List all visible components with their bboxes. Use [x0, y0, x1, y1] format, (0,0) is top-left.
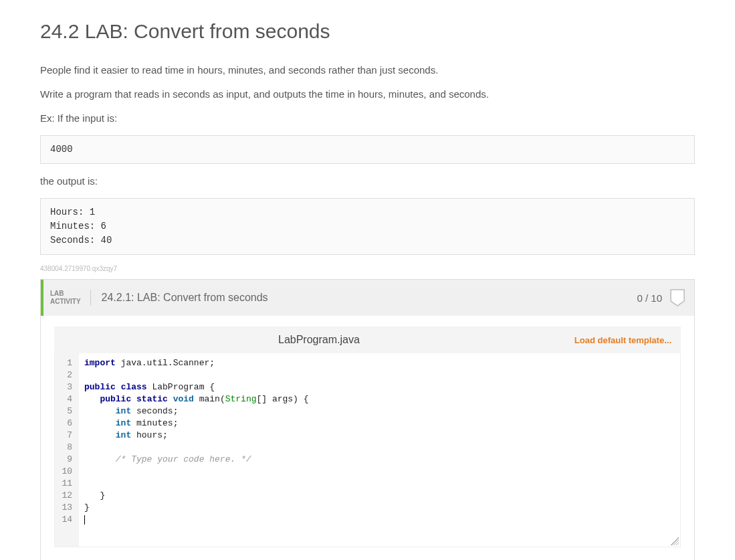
load-default-template-button[interactable]: Load default template... [574, 335, 671, 345]
code-editor[interactable]: 1234567891011121314 import java.util.Sca… [54, 353, 681, 547]
file-bar: LabProgram.java Load default template... [54, 326, 681, 353]
description-p1: People find it easier to read time in ho… [40, 63, 695, 77]
example-output-block: Hours: 1 Minutes: 6 Seconds: 40 [40, 198, 695, 255]
page-title: 24.2 LAB: Convert from seconds [40, 20, 695, 43]
file-name: LabProgram.java [64, 334, 574, 346]
lab-tag-line1: LAB [50, 290, 81, 298]
resize-grip-icon[interactable] [671, 537, 679, 545]
lab-header: LAB ACTIVITY 24.2.1: LAB: Convert from s… [41, 280, 694, 316]
lab-card: LAB ACTIVITY 24.2.1: LAB: Convert from s… [40, 279, 695, 560]
lab-score: 0 / 10 [637, 292, 662, 304]
lab-activity-title: 24.2.1: LAB: Convert from seconds [102, 292, 637, 304]
lab-body: LabProgram.java Load default template...… [41, 316, 694, 560]
lab-tag-line2: ACTIVITY [50, 298, 81, 306]
example-input-label: Ex: If the input is: [40, 111, 695, 125]
example-output-label: the output is: [40, 174, 695, 188]
example-input-block: 4000 [40, 135, 695, 164]
score-badge-icon [670, 289, 685, 306]
description-p2: Write a program that reads in seconds as… [40, 87, 695, 101]
line-gutter: 1234567891011121314 [55, 353, 79, 547]
lab-tag: LAB ACTIVITY [50, 290, 91, 306]
tiny-id: 438004.2719970.qx3zqy7 [40, 265, 695, 272]
code-area[interactable]: import java.util.Scanner; public class L… [79, 353, 680, 547]
